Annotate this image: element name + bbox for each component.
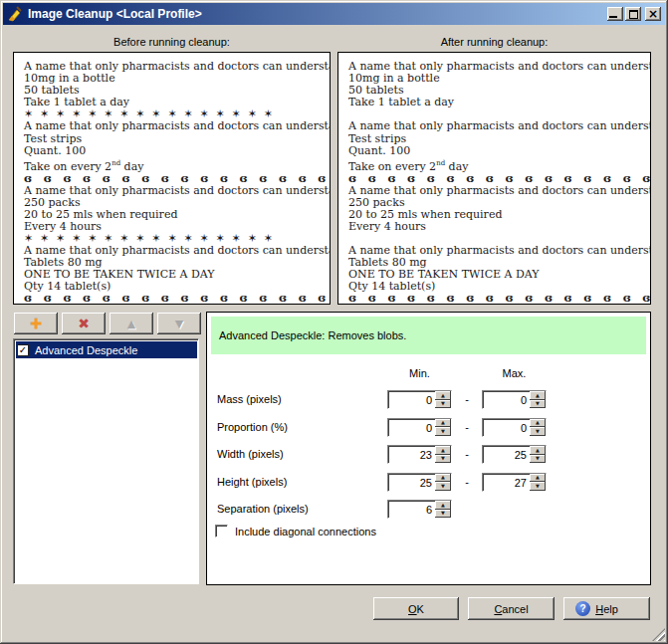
spinner-down-button[interactable]: ▼ (530, 427, 546, 436)
range-separator: - (452, 421, 482, 433)
filter-listbox[interactable]: ✓Advanced Despeckle (13, 338, 199, 584)
after-preview-panel: A name that only pharmacists and doctors… (337, 52, 651, 305)
max-field[interactable]: 0▲▼ (482, 390, 547, 409)
before-panel-label: Before running cleanup: (13, 36, 331, 48)
max-field-value[interactable]: 25 (483, 446, 530, 463)
spinner-down-button[interactable]: ▼ (435, 510, 451, 519)
settings-row: Height (pixels)25▲▼-27▲▼ (207, 473, 650, 493)
text-line: Take 1 tablet a day (348, 97, 644, 108)
filter-item-label: Advanced Despeckle (35, 344, 137, 356)
move-down-button[interactable]: ▼ (157, 313, 201, 334)
after-panel-label: After running cleanup: (337, 36, 651, 48)
settings-row-label: Width (pixels) (217, 448, 284, 460)
spinner-up-button[interactable]: ▲ (530, 391, 546, 400)
spinner-down-button[interactable]: ▼ (530, 455, 546, 464)
spinner-up-button[interactable]: ▲ (530, 446, 546, 455)
minimize-icon (609, 16, 617, 18)
spinner-up-button[interactable]: ▲ (435, 391, 451, 400)
text-line: Take on every 2nd day (24, 157, 324, 173)
text-line: ɞ ɞ ɞ ɞ ɞ ɞ ɞ ɞ ɞ ɞ ɞ ɞ ɞ ɞ ɞ ɞ (24, 293, 324, 305)
spinner-down-button[interactable]: ▼ (435, 455, 451, 464)
max-field-value[interactable]: 27 (483, 474, 530, 491)
include-diagonal-checkbox[interactable] (215, 525, 228, 537)
include-diagonal-label: Include diagonal connections (235, 526, 376, 537)
spinner-down-button[interactable]: ▼ (530, 400, 546, 409)
max-field-value[interactable]: 0 (483, 391, 530, 408)
spinner-down-button[interactable]: ▼ (435, 400, 451, 409)
min-field[interactable]: 25▲▼ (387, 473, 452, 492)
help-button-label: Help (595, 603, 618, 615)
max-field[interactable]: 27▲▼ (482, 473, 547, 492)
window-title: Image Cleanup <Local Profile> (28, 7, 202, 21)
spinner-down-button[interactable]: ▼ (435, 482, 451, 491)
filter-list-item[interactable]: ✓Advanced Despeckle (16, 341, 197, 358)
min-field-value[interactable]: 0 (388, 391, 435, 408)
filter-settings-panel: Advanced Despeckle: Removes blobs. Min. … (206, 312, 651, 585)
settings-row-label: Mass (pixels) (217, 393, 282, 405)
range-separator: - (452, 476, 482, 488)
min-field[interactable]: 0▲▼ (387, 390, 452, 409)
text-line: Quant. 100 (24, 145, 324, 157)
spinner-up-button[interactable]: ▲ (435, 474, 451, 483)
min-field-value[interactable]: 25 (388, 474, 435, 491)
spinner-up-button[interactable]: ▲ (435, 446, 451, 455)
settings-row: Width (pixels)23▲▼-25▲▼ (207, 445, 650, 465)
min-field-value[interactable]: 6 (388, 501, 435, 518)
settings-row-label: Separation (pixels) (217, 503, 309, 515)
min-field[interactable]: 6▲▼ (387, 500, 452, 519)
close-button[interactable]: × (645, 7, 661, 21)
spinner-down-button[interactable]: ▼ (530, 482, 546, 491)
maximize-icon (629, 10, 638, 19)
range-separator: - (452, 448, 482, 460)
before-preview-panel: A name that only pharmacists and doctors… (13, 52, 331, 305)
help-question-icon: ? (575, 601, 590, 616)
titlebar[interactable]: Image Cleanup <Local Profile> × (3, 3, 665, 25)
maximize-button[interactable] (625, 7, 641, 21)
range-separator: - (452, 393, 482, 405)
resize-grip[interactable] (652, 628, 665, 641)
min-field-value[interactable]: 23 (388, 446, 435, 463)
plus-icon (31, 319, 42, 329)
settings-row: Separation (pixels)6▲▼ (207, 500, 650, 520)
delete-filter-button[interactable]: ✖ (62, 313, 106, 334)
text-line: ɞ ɞ ɞ ɞ ɞ ɞ ɞ ɞ ɞ ɞ ɞ ɞ ɞ ɞ ɞ ɞ (348, 293, 644, 305)
help-button[interactable]: ? Help (563, 597, 650, 620)
spinner-up-button[interactable]: ▲ (435, 501, 451, 510)
ok-button[interactable]: OK (373, 597, 459, 620)
broom-icon (7, 6, 23, 22)
text-line: Take on every 2nd day (348, 157, 644, 173)
add-filter-button[interactable] (14, 313, 58, 334)
max-field-value[interactable]: 0 (483, 419, 530, 436)
diagonal-connections-row: Include diagonal connections (207, 524, 650, 539)
delete-x-icon: ✖ (78, 317, 90, 330)
arrow-up-icon: ▲ (127, 319, 135, 329)
max-field[interactable]: 25▲▼ (482, 445, 547, 464)
text-line: Quant. 100 (348, 145, 644, 157)
settings-row-label: Proportion (%) (217, 421, 288, 433)
spinner-up-button[interactable]: ▲ (530, 419, 546, 428)
cancel-button[interactable]: Cancel (468, 597, 555, 620)
minimize-button[interactable] (607, 7, 623, 21)
image-cleanup-dialog: Image Cleanup <Local Profile> × Before r… (0, 0, 668, 644)
text-line: Every 4 hours (348, 221, 644, 233)
filter-description: Advanced Despeckle: Removes blobs. (211, 317, 646, 354)
spinner-down-button[interactable]: ▼ (435, 427, 451, 436)
min-field[interactable]: 0▲▼ (387, 418, 452, 437)
min-field[interactable]: 23▲▼ (387, 445, 452, 464)
spinner-up-button[interactable]: ▲ (435, 419, 451, 428)
max-column-header: Max. (482, 367, 547, 379)
min-column-header: Min. (387, 367, 452, 379)
settings-row: Proportion (%)0▲▼-0▲▼ (207, 418, 650, 438)
settings-row-label: Height (pixels) (217, 476, 287, 488)
move-up-button[interactable]: ▲ (110, 313, 153, 334)
arrow-down-icon: ▼ (175, 319, 183, 329)
min-field-value[interactable]: 0 (388, 419, 435, 436)
settings-row: Mass (pixels)0▲▼-0▲▼ (207, 390, 650, 410)
close-icon: × (648, 8, 658, 20)
cancel-button-label: Cancel (494, 603, 528, 615)
ok-button-label: OK (408, 603, 424, 615)
filter-checkbox[interactable]: ✓ (17, 344, 29, 356)
spinner-up-button[interactable]: ▲ (530, 474, 546, 483)
max-field[interactable]: 0▲▼ (482, 418, 547, 437)
